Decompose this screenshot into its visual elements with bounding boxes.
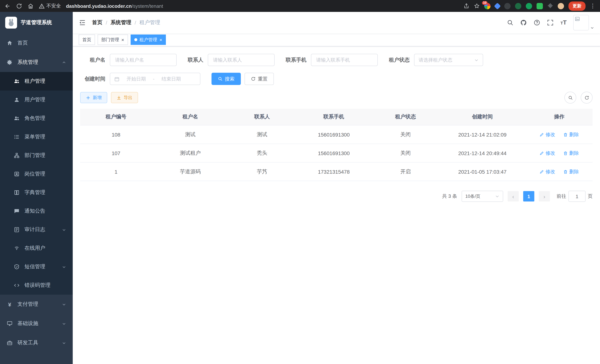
post-badge-icon (14, 171, 20, 177)
cell-tenant-name: 测试 (152, 125, 229, 144)
export-button[interactable]: 导出 (111, 92, 138, 103)
sidebar-item-home[interactable]: 首页 (0, 33, 73, 53)
search-icon[interactable] (507, 19, 514, 26)
filter-contact: 联系人 (188, 54, 275, 66)
fullscreen-icon[interactable] (547, 19, 554, 26)
toggle-search-button[interactable] (564, 92, 576, 103)
page-size-select[interactable]: 10条/页 (462, 191, 503, 202)
font-size-icon[interactable]: TT (561, 20, 567, 26)
sidebar-item-label: 通知公告 (25, 208, 45, 215)
sidebar-item-dev-tools[interactable]: 研发工具 (0, 333, 73, 353)
extensions-puzzle-icon[interactable] (547, 3, 553, 9)
sidebar-item-label: 岗位管理 (25, 171, 45, 177)
col-created: 创建时间 (439, 109, 526, 125)
cell-tenant-id: 1 (80, 162, 152, 181)
breadcrumb-home[interactable]: 首页 (92, 19, 103, 26)
delete-link[interactable]: 删除 (563, 150, 579, 156)
close-icon[interactable]: × (159, 37, 162, 42)
chevron-down-icon (62, 228, 66, 232)
mobile-input[interactable] (315, 57, 373, 63)
github-icon[interactable] (520, 19, 527, 26)
sidebar-item-audit-log[interactable]: 审计日志 (0, 220, 73, 239)
table-toolbar: 新增 导出 (80, 92, 593, 103)
date-start-input[interactable] (122, 76, 150, 82)
filter-label: 创建时间 (80, 75, 105, 82)
extension-icon[interactable] (494, 3, 501, 9)
sidebar-item-notice[interactable]: 通知公告 (0, 202, 73, 220)
home-icon (7, 40, 13, 46)
sidebar-fold-icon[interactable] (79, 19, 86, 26)
sidebar-item-role-management[interactable]: 角色管理 (0, 109, 73, 128)
sidebar-item-post-management[interactable]: 岗位管理 (0, 165, 73, 183)
refresh-table-button[interactable] (581, 92, 593, 103)
goto-page-input[interactable] (568, 191, 586, 202)
tags-view-bar: 首页 部门管理 × 租户管理 × (73, 33, 600, 46)
url-host: dashboard.yudao.iocoder.cn (66, 3, 132, 9)
close-icon[interactable]: × (121, 37, 124, 42)
profile-avatar-icon[interactable] (558, 3, 564, 9)
status-select[interactable]: 请选择租户状态 (414, 54, 483, 66)
browser-home-icon[interactable] (28, 3, 34, 9)
col-tenant-id: 租户编号 (80, 109, 152, 125)
notice-chat-icon (14, 208, 20, 214)
tab-home[interactable]: 首页 (79, 35, 95, 45)
sidebar-item-infrastructure[interactable]: 基础设施 (0, 314, 73, 333)
sidebar-item-menu-management[interactable]: 菜单管理 (0, 128, 73, 146)
filter-label: 租户状态 (389, 56, 410, 63)
breadcrumb-section[interactable]: 系统管理 (111, 19, 131, 26)
sidebar-item-error-code[interactable]: 错误码管理 (0, 276, 73, 295)
delete-link[interactable]: 删除 (563, 131, 579, 138)
reset-button[interactable]: 重置 (244, 73, 274, 85)
prev-page-button[interactable]: ‹ (508, 191, 519, 202)
share-icon[interactable] (463, 3, 469, 9)
edit-link[interactable]: 修改 (540, 168, 555, 175)
next-page-button[interactable]: › (539, 191, 550, 202)
tab-dept-management[interactable]: 部门管理 × (98, 35, 128, 45)
tab-tenant-management[interactable]: 租户管理 × (131, 35, 166, 45)
search-button[interactable]: 搜索 (212, 73, 241, 85)
help-question-icon[interactable] (534, 19, 540, 26)
address-bar[interactable]: dashboard.yudao.iocoder.cn/system/tenant (66, 3, 163, 9)
toolbar-right (564, 92, 593, 103)
bookmark-star-icon[interactable] (474, 3, 480, 9)
browser-reload-icon[interactable] (16, 3, 22, 9)
cell-status: 关闭 (372, 125, 439, 144)
sidebar-item-user-management[interactable]: 用户管理 (0, 91, 73, 109)
edit-link[interactable]: 修改 (540, 131, 555, 138)
sidebar-item-system-management[interactable]: 系统管理 (0, 53, 73, 72)
extension-icon[interactable] (515, 3, 521, 9)
browser-back-icon[interactable] (4, 3, 11, 9)
date-range-picker[interactable]: - (110, 73, 200, 85)
date-separator: - (153, 76, 155, 82)
table-row: 1 芋道源码 芋艿 17321315478 开启 2021-01-05 17:0… (80, 162, 593, 181)
page-content: 租户名 联系人 联系手机 租户状态 请选择租户状态 (73, 46, 600, 364)
user-avatar-dropdown[interactable] (573, 15, 594, 30)
sidebar-item-label: 在线用户 (25, 245, 45, 252)
security-indicator[interactable]: 不安全 (39, 3, 61, 9)
add-button[interactable]: 新增 (80, 92, 107, 103)
page-number-button[interactable]: 1 (523, 191, 534, 202)
sidebar-item-online-users[interactable]: 在线用户 (0, 239, 73, 258)
extension-icon[interactable]: 10 (484, 3, 490, 9)
cell-contact: 测试 (229, 125, 295, 144)
browser-update-button[interactable]: 更新 (568, 1, 586, 10)
sidebar-item-dict-management[interactable]: 字典管理 (0, 183, 73, 202)
edit-link[interactable]: 修改 (540, 150, 555, 156)
extension-icon[interactable] (504, 3, 511, 9)
security-label: 不安全 (46, 3, 61, 9)
pencil-icon (540, 151, 544, 155)
date-end-input[interactable] (157, 76, 185, 82)
extension-icon[interactable] (536, 3, 543, 9)
sidebar-item-sms-management[interactable]: 短信管理 (0, 258, 73, 276)
extension-icon[interactable] (526, 3, 532, 9)
tenant-name-input[interactable] (114, 57, 172, 63)
browser-menu-icon[interactable]: ⋮ (590, 3, 596, 9)
contact-input[interactable] (212, 57, 270, 63)
app-logo[interactable]: 芋道管理系统 (0, 12, 73, 33)
sidebar-item-tenant-management[interactable]: 租户管理 (0, 72, 73, 91)
sidebar-item-dept-management[interactable]: 部门管理 (0, 146, 73, 165)
tenant-users-icon (14, 78, 20, 84)
sidebar-item-payment[interactable]: ¥ 支付管理 (0, 295, 73, 314)
delete-link[interactable]: 删除 (563, 168, 579, 175)
avatar[interactable] (573, 15, 589, 30)
